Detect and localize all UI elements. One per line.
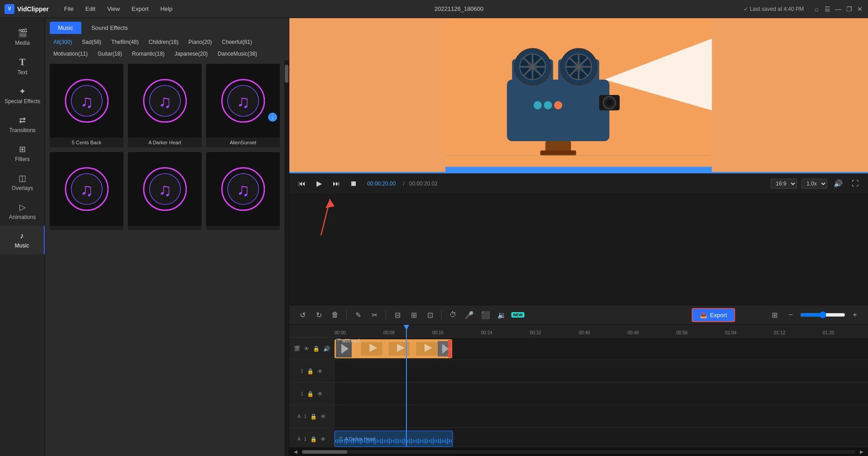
- overlays-icon: ◫: [19, 173, 26, 183]
- cat-dance[interactable]: DanceMusic(38): [214, 49, 260, 58]
- sidebar-item-special-effects[interactable]: ✦ Special Effects: [0, 81, 45, 110]
- clip-end-handle[interactable]: ⋮: [448, 340, 452, 358]
- track-video-controls: 🎬 👁 🔒 🔊: [289, 337, 335, 360]
- track-audio-lock[interactable]: 🔒: [310, 436, 317, 442]
- sidebar-item-transitions[interactable]: ⇄ Transitions: [0, 110, 45, 139]
- restore-button[interactable]: ❐: [845, 5, 853, 13]
- cat-all[interactable]: All(300): [50, 38, 75, 47]
- next-frame-button[interactable]: ⏭: [330, 177, 343, 190]
- tab-music[interactable]: Music: [50, 22, 81, 34]
- timeline-scrollbar[interactable]: [302, 450, 855, 454]
- panel-scrollbar[interactable]: [284, 60, 289, 456]
- scroll-left-arrow[interactable]: ◀: [294, 449, 297, 454]
- logo-icon: V: [5, 4, 14, 14]
- cat-romantic[interactable]: Romantic(18): [128, 49, 168, 58]
- undo-button[interactable]: ↺: [296, 308, 309, 322]
- svg-rect-108: [425, 438, 426, 444]
- track-video: 🎬 👁 🔒 🔊 🎬 a03.mp4: [289, 337, 868, 360]
- sidebar-item-animations[interactable]: ▷ Animations: [0, 197, 45, 226]
- sidebar-item-overlays[interactable]: ◫ Overlays: [0, 168, 45, 197]
- fit-width-button[interactable]: ⊞: [768, 308, 781, 322]
- svg-rect-96: [404, 438, 405, 444]
- prev-frame-button[interactable]: ⏮: [296, 177, 308, 190]
- voice-button[interactable]: 🔉: [495, 308, 509, 322]
- menu-edit[interactable]: Edit: [84, 5, 97, 13]
- track-text-lock[interactable]: 🔒: [310, 413, 317, 420]
- menu-button[interactable]: ☰: [824, 5, 831, 13]
- current-time: 00:00:20.00: [367, 180, 396, 187]
- fullscreen-button[interactable]: ⛶: [849, 177, 862, 190]
- cut-button[interactable]: ✂: [368, 308, 381, 322]
- audio-waveform: [335, 437, 453, 445]
- track-2-lock[interactable]: 🔒: [307, 391, 314, 397]
- menu-view[interactable]: View: [105, 5, 122, 13]
- edit-button[interactable]: ✎: [351, 308, 365, 322]
- cat-thefilm[interactable]: Thefilm(48): [108, 38, 142, 47]
- volume-button[interactable]: 🔊: [832, 177, 844, 190]
- track-2-eye[interactable]: 👁: [317, 391, 323, 397]
- zoom-in-button[interactable]: +: [848, 308, 862, 322]
- scroll-right-arrow[interactable]: ▶: [860, 449, 863, 454]
- track-1-eye[interactable]: 👁: [317, 368, 323, 375]
- zoom-out-button[interactable]: −: [784, 308, 797, 322]
- track-video-audio[interactable]: 🔊: [323, 346, 330, 352]
- svg-rect-86: [386, 440, 387, 442]
- export-button[interactable]: 📤 Export: [692, 308, 735, 322]
- music-item-6[interactable]: ♫: [206, 152, 280, 230]
- svg-rect-43: [545, 141, 571, 152]
- caption-button[interactable]: ⬛: [479, 308, 492, 322]
- music-thumb-3: ♫ ↓: [206, 64, 280, 138]
- download-badge-3[interactable]: ↓: [268, 113, 277, 122]
- track-video-lock[interactable]: 🔒: [313, 346, 320, 352]
- window-controls: ⌂ ☰ — ❐ ✕: [813, 5, 863, 13]
- sidebar-item-media[interactable]: 🎬 Media: [0, 23, 45, 52]
- cat-japanese[interactable]: Japanese(20): [171, 49, 211, 58]
- track-text-num: 1: [304, 414, 307, 419]
- sidebar-item-music[interactable]: ♪ Music: [0, 226, 45, 254]
- stop-button[interactable]: ⏹: [347, 177, 360, 190]
- zoom-slider[interactable]: [800, 311, 845, 318]
- svg-rect-106: [422, 440, 423, 442]
- new-badge: NEW: [511, 312, 524, 318]
- aspect-ratio-select[interactable]: 16:9 9:16 1:1: [771, 179, 797, 189]
- tab-sound-effects[interactable]: Sound Effects: [83, 22, 136, 34]
- cat-sad[interactable]: Sad(58): [78, 38, 105, 47]
- home-button[interactable]: ⌂: [813, 5, 820, 13]
- toolbar: ↺ ↻ 🗑 ✎ ✂ ⊟ ⊞ ⊡ ⏱ 🎤 ⬛ 🔉 NEW 📤 Export ⊞ −: [289, 305, 868, 325]
- music-item-1[interactable]: ♫ 5 Cents Back: [50, 64, 123, 147]
- cat-children[interactable]: Children(18): [145, 38, 182, 47]
- music-item-4[interactable]: ♫: [50, 152, 123, 230]
- timeline-scroll-thumb[interactable]: [302, 450, 347, 454]
- track-audio-eye[interactable]: 👁: [321, 436, 326, 442]
- timer-button[interactable]: ⏱: [446, 308, 460, 322]
- close-button[interactable]: ✕: [856, 5, 863, 13]
- cat-cheerful[interactable]: Cheerful(81): [218, 38, 256, 47]
- speed-select[interactable]: 1.0x 0.5x 2.0x: [802, 179, 827, 189]
- music-item-2[interactable]: ♫ A Darker Heart: [128, 64, 202, 147]
- music-item-5[interactable]: ♫: [128, 152, 202, 230]
- menu-file[interactable]: File: [62, 5, 75, 13]
- menu-export[interactable]: Export: [130, 5, 151, 13]
- zoom-fit-button[interactable]: ⊡: [423, 308, 437, 322]
- cat-guitar[interactable]: Guitar(18): [94, 49, 126, 58]
- mic-button[interactable]: 🎤: [462, 308, 476, 322]
- video-clip-label: 🎬 a03.mp4: [335, 338, 360, 343]
- minimize-button[interactable]: —: [835, 5, 842, 13]
- menu-help[interactable]: Help: [159, 5, 175, 13]
- timeline-playhead[interactable]: [406, 325, 407, 337]
- music-item-3[interactable]: ♫ ↓ AlienSunset: [206, 64, 280, 147]
- audio-clip[interactable]: 🎵 A Darker Heart: [335, 431, 453, 447]
- split-button[interactable]: ⊟: [391, 308, 404, 322]
- sidebar-item-text[interactable]: T Text: [0, 52, 45, 81]
- play-button[interactable]: ▶: [313, 177, 326, 190]
- sidebar-item-filters[interactable]: ⊞ Filters: [0, 139, 45, 168]
- delete-button[interactable]: 🗑: [328, 308, 342, 322]
- track-text-eye[interactable]: 👁: [321, 413, 326, 420]
- window-title: 20221126_180600: [174, 5, 744, 12]
- crop-button[interactable]: ⊞: [407, 308, 420, 322]
- track-video-eye[interactable]: 👁: [304, 346, 309, 352]
- cat-piano[interactable]: Piano(20): [185, 38, 216, 47]
- track-1-lock[interactable]: 🔒: [307, 368, 314, 375]
- redo-button[interactable]: ↻: [312, 308, 326, 322]
- cat-motivation[interactable]: Motivation(11): [50, 49, 91, 58]
